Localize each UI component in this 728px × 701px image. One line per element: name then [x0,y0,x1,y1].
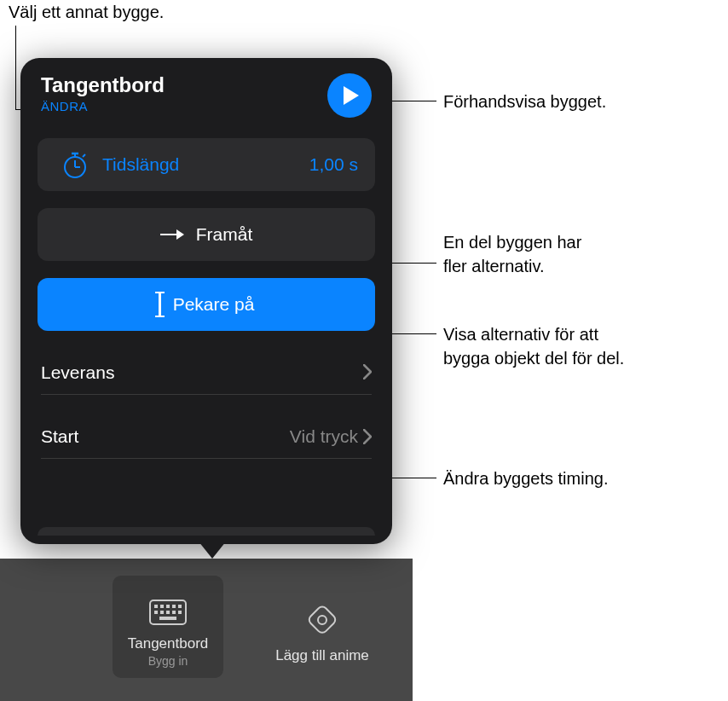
preview-button[interactable] [327,73,372,118]
start-value-group: Vid tryck [290,426,372,447]
svg-line-19 [83,154,85,157]
chevron-right-icon [363,361,372,385]
start-label: Start [41,426,78,447]
tab-sublabel: Bygg in [148,654,188,668]
svg-rect-6 [154,611,158,614]
chevron-right-icon [363,429,372,444]
tab-label: Tangentbord [128,635,209,652]
keyboard-icon [149,600,187,629]
callout-text: Ändra byggets timing. [443,469,608,488]
svg-point-13 [318,616,326,624]
timer-icon [55,149,95,180]
callout-text: Förhandsvisa bygget. [443,92,606,111]
header-title-group[interactable]: Tangentbord ÄNDRA [41,73,165,113]
start-row[interactable]: Start Vid tryck [38,415,375,458]
svg-rect-2 [160,605,164,608]
cursor-icon [159,293,161,316]
separator [41,394,372,395]
popover-arrow [199,542,226,559]
callout-text: bygga objekt del för del. [443,346,624,370]
leverans-label: Leverans [41,362,114,383]
delivery-options-row[interactable]: Leverans [38,351,375,394]
callout-timing: Ändra byggets timing. [443,466,608,490]
callout-text: Välj ett annat bygge. [9,3,164,21]
next-section-peek [38,527,375,536]
delivery-button[interactable]: Pekare på [38,278,375,331]
svg-rect-4 [172,605,176,608]
svg-rect-12 [307,605,337,634]
play-icon [344,86,359,105]
svg-rect-10 [178,611,182,614]
animation-bar: Tangentbord Bygg in Lägg till anime [0,559,413,701]
callout-more-options: En del byggen har fler alternativ. [443,230,581,278]
tab-build-in[interactable]: Tangentbord Bygg in [113,576,223,678]
callout-line [15,26,16,109]
callout-select-other-build: Välj ett annat bygge. [9,0,164,24]
tab-add-animation[interactable]: Lägg till anime [237,576,407,678]
svg-rect-9 [172,611,176,614]
direction-button[interactable]: Framåt [38,208,375,261]
separator [41,458,372,459]
callout-text: Visa alternativ för att [443,322,624,346]
direction-label: Framåt [196,224,253,245]
callout-text: En del byggen har [443,230,581,254]
svg-rect-7 [160,611,164,614]
action-icon [305,603,339,640]
callout-delivery-options: Visa alternativ för att bygga objekt del… [443,322,624,370]
svg-rect-3 [166,605,170,608]
build-name: Tangentbord [41,73,165,97]
arrow-right-icon [160,229,184,240]
callout-preview: Förhandsvisa bygget. [443,90,606,113]
svg-rect-1 [154,605,158,608]
callout-text: fler alternativ. [443,254,581,278]
build-options-popover: Tangentbord ÄNDRA Tidslängd 1,00 s Framå… [20,58,392,544]
svg-rect-8 [166,611,170,614]
change-build-link: ÄNDRA [41,99,165,113]
duration-value: 1,00 s [309,154,358,175]
duration-row[interactable]: Tidslängd 1,00 s [38,138,375,191]
start-value: Vid tryck [290,426,358,447]
tab-label: Lägg till anime [275,647,369,664]
svg-rect-11 [159,617,176,620]
popover-header: Tangentbord ÄNDRA [38,73,375,118]
svg-rect-5 [178,605,182,608]
delivery-button-label: Pekare på [173,294,255,315]
duration-label: Tidslängd [102,154,309,175]
